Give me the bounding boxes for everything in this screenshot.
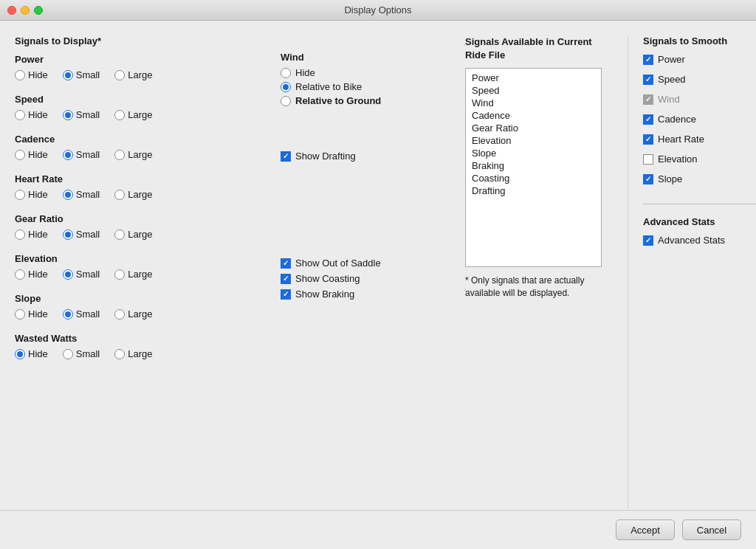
el-large-radio[interactable] bbox=[114, 269, 125, 280]
cancel-button[interactable]: Cancel bbox=[682, 519, 741, 540]
close-button[interactable] bbox=[7, 6, 16, 15]
hr-large[interactable]: Large bbox=[114, 189, 152, 200]
cadence-hide-radio[interactable] bbox=[15, 150, 25, 160]
smooth-wind-checkbox[interactable] bbox=[643, 94, 653, 105]
speed-small[interactable]: Small bbox=[63, 109, 100, 120]
signals-list: Power Speed Wind Cadence Gear Ratio Elev… bbox=[465, 68, 602, 267]
hr-small[interactable]: Small bbox=[63, 189, 100, 200]
list-item[interactable]: Elevation bbox=[466, 134, 601, 147]
smooth-power-checkbox[interactable] bbox=[643, 55, 653, 65]
show-coasting-checkbox[interactable] bbox=[281, 274, 291, 284]
speed-large[interactable]: Large bbox=[114, 109, 152, 120]
speed-large-radio[interactable] bbox=[114, 110, 125, 120]
sl-small-radio[interactable] bbox=[63, 309, 73, 320]
speed-hide[interactable]: Hide bbox=[15, 109, 48, 120]
ww-large[interactable]: Large bbox=[114, 348, 152, 359]
wind-relative-bike[interactable]: Relative to Bike bbox=[281, 81, 450, 92]
ww-hide[interactable]: Hide bbox=[15, 348, 48, 359]
hr-hide[interactable]: Hide bbox=[15, 189, 48, 200]
el-large[interactable]: Large bbox=[114, 269, 152, 280]
cadence-large[interactable]: Large bbox=[114, 149, 152, 160]
separator bbox=[643, 204, 756, 204]
show-braking-checkbox[interactable] bbox=[281, 289, 291, 300]
wind-relative-ground[interactable]: Relative to Ground bbox=[281, 95, 450, 106]
cadence-large-radio[interactable] bbox=[114, 150, 125, 160]
wind-hide[interactable]: Hide bbox=[281, 67, 450, 78]
power-large-radio[interactable] bbox=[114, 70, 125, 80]
list-item[interactable]: Speed bbox=[466, 84, 601, 97]
el-small-radio[interactable] bbox=[63, 269, 73, 280]
gr-small-radio[interactable] bbox=[63, 229, 73, 240]
list-item[interactable]: Drafting bbox=[466, 184, 601, 197]
advanced-stats-option[interactable]: Advanced Stats bbox=[643, 235, 756, 246]
cadence-hide[interactable]: Hide bbox=[15, 149, 48, 160]
sl-large[interactable]: Large bbox=[114, 308, 152, 320]
show-drafting-checkbox[interactable] bbox=[281, 151, 291, 162]
sl-large-radio[interactable] bbox=[114, 309, 125, 320]
list-item[interactable]: Slope bbox=[466, 147, 601, 159]
show-drafting-option[interactable]: Show Drafting bbox=[281, 151, 450, 162]
list-item[interactable]: Gear Ratio bbox=[466, 122, 601, 134]
smooth-speed[interactable]: Speed bbox=[643, 74, 756, 85]
ww-small-radio[interactable] bbox=[63, 349, 73, 359]
smooth-power[interactable]: Power bbox=[643, 54, 756, 65]
cadence-small-radio[interactable] bbox=[63, 150, 73, 160]
el-hide-radio[interactable] bbox=[15, 269, 25, 280]
accept-button[interactable]: Accept bbox=[616, 519, 675, 540]
smooth-cadence[interactable]: Cadence bbox=[643, 114, 756, 125]
minimize-button[interactable] bbox=[21, 6, 30, 15]
smooth-heartrate-checkbox[interactable] bbox=[643, 134, 653, 145]
sl-small[interactable]: Small bbox=[63, 308, 100, 320]
smooth-elevation-checkbox[interactable] bbox=[643, 154, 653, 165]
hr-hide-radio[interactable] bbox=[15, 190, 25, 200]
wind-relative-bike-radio[interactable] bbox=[281, 82, 291, 92]
gr-hide-radio[interactable] bbox=[15, 229, 25, 240]
power-small[interactable]: Small bbox=[63, 69, 100, 80]
signal-cadence: Cadence Hide Small Large bbox=[15, 134, 281, 160]
smooth-heartrate[interactable]: Heart Rate bbox=[643, 134, 756, 145]
smooth-wind[interactable]: Wind bbox=[643, 94, 756, 105]
wind-hide-radio[interactable] bbox=[281, 68, 291, 78]
show-coasting-option[interactable]: Show Coasting bbox=[281, 273, 450, 284]
advanced-section: Advanced Stats Advanced Stats bbox=[643, 216, 756, 246]
wind-relative-ground-radio[interactable] bbox=[281, 96, 291, 106]
smooth-speed-checkbox[interactable] bbox=[643, 75, 653, 85]
ww-small[interactable]: Small bbox=[63, 348, 100, 359]
list-item[interactable]: Cadence bbox=[466, 109, 601, 122]
smooth-elevation[interactable]: Elevation bbox=[643, 153, 756, 165]
el-small[interactable]: Small bbox=[63, 269, 100, 280]
advanced-stats-checkbox[interactable] bbox=[643, 235, 653, 246]
ww-large-radio[interactable] bbox=[114, 349, 125, 359]
show-out-of-saddle-option[interactable]: Show Out of Saddle bbox=[281, 258, 450, 269]
sl-hide[interactable]: Hide bbox=[15, 308, 48, 320]
gr-hide[interactable]: Hide bbox=[15, 229, 48, 240]
smooth-cadence-checkbox[interactable] bbox=[643, 114, 653, 125]
el-hide[interactable]: Hide bbox=[15, 269, 48, 280]
list-item[interactable]: Power bbox=[466, 72, 601, 84]
list-item[interactable]: Wind bbox=[466, 97, 601, 109]
cadence-small[interactable]: Small bbox=[63, 149, 100, 160]
show-out-of-saddle-checkbox[interactable] bbox=[281, 258, 291, 269]
power-hide-radio[interactable] bbox=[15, 70, 25, 80]
speed-hide-radio[interactable] bbox=[15, 110, 25, 120]
smooth-slope[interactable]: Slope bbox=[643, 173, 756, 184]
maximize-button[interactable] bbox=[34, 6, 43, 15]
smooth-title: Signals to Smooth bbox=[643, 35, 756, 46]
show-braking-option[interactable]: Show Braking bbox=[281, 289, 450, 300]
ww-hide-radio[interactable] bbox=[15, 349, 25, 359]
hr-large-radio[interactable] bbox=[114, 190, 125, 200]
list-item[interactable]: Coasting bbox=[466, 172, 601, 184]
list-item[interactable]: Braking bbox=[466, 159, 601, 172]
power-hide[interactable]: Hide bbox=[15, 69, 48, 80]
gr-small[interactable]: Small bbox=[63, 229, 100, 240]
gr-large[interactable]: Large bbox=[114, 229, 152, 240]
signal-power: Power Hide Small Large bbox=[15, 54, 281, 80]
smooth-slope-checkbox[interactable] bbox=[643, 174, 653, 184]
power-small-radio[interactable] bbox=[63, 70, 73, 80]
sl-hide-radio[interactable] bbox=[15, 309, 25, 320]
power-large[interactable]: Large bbox=[114, 69, 152, 80]
signals-section-title: Signals to Display* bbox=[15, 35, 281, 46]
gr-large-radio[interactable] bbox=[114, 229, 125, 240]
speed-small-radio[interactable] bbox=[63, 110, 73, 120]
hr-small-radio[interactable] bbox=[63, 190, 73, 200]
